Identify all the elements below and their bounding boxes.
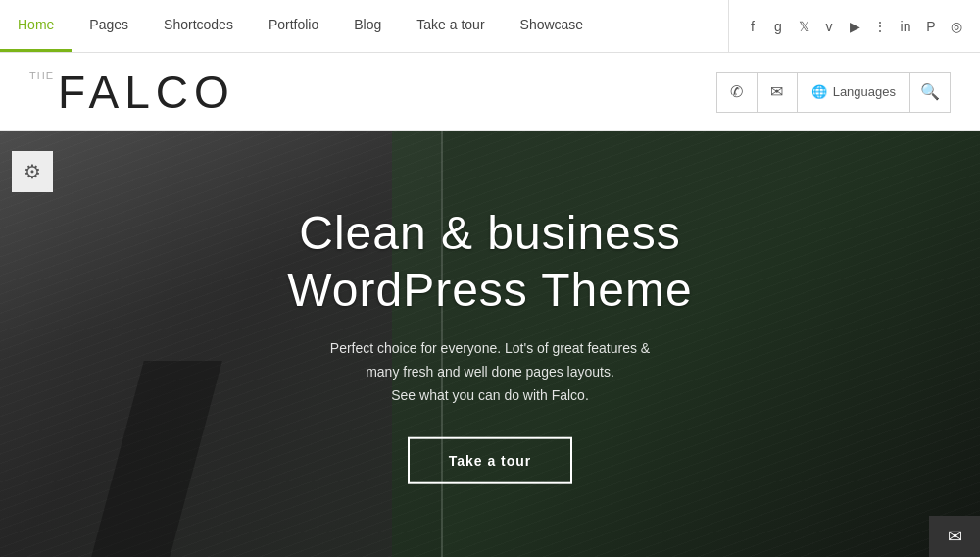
- hero-subtitle: Perfect choice for everyone. Lot's of gr…: [196, 337, 784, 407]
- lang-label: Languages: [833, 84, 896, 99]
- nav-item-pages[interactable]: Pages: [72, 0, 146, 52]
- phone-button[interactable]: ✆: [716, 72, 758, 113]
- nav-item-home[interactable]: Home: [0, 0, 72, 52]
- other-icon[interactable]: ◎: [949, 19, 964, 34]
- google-plus-icon[interactable]: g: [770, 19, 786, 34]
- search-button[interactable]: 🔍: [909, 72, 951, 113]
- header-actions: ✆ ✉ 🌐 Languages 🔍: [717, 72, 951, 113]
- twitter-icon[interactable]: 𝕏: [796, 19, 811, 34]
- email-badge-icon: ✉: [948, 526, 962, 547]
- hero-section: ⚙ Clean & businessWordPress Theme Perfec…: [0, 131, 980, 557]
- hero-email-badge[interactable]: ✉: [929, 516, 980, 557]
- linkedin-icon[interactable]: in: [898, 19, 913, 34]
- site-header: THE FALCO ✆ ✉ 🌐 Languages 🔍: [0, 53, 980, 131]
- top-nav: HomePagesShortcodesPortfolioBlogTake a t…: [0, 0, 980, 53]
- language-button[interactable]: 🌐 Languages: [797, 72, 910, 113]
- search-icon: 🔍: [920, 82, 940, 101]
- hero-content: Clean & businessWordPress Theme Perfect …: [196, 205, 784, 484]
- settings-icon: ⚙: [24, 160, 41, 183]
- phone-icon: ✆: [730, 82, 743, 101]
- flickr-icon[interactable]: ⋮: [872, 19, 888, 34]
- email-button[interactable]: ✉: [757, 72, 798, 113]
- globe-icon: 🌐: [811, 84, 827, 99]
- nav-item-take-a-tour[interactable]: Take a tour: [399, 0, 502, 52]
- hero-cta-button[interactable]: Take a tour: [408, 436, 573, 483]
- social-links: fg𝕏v▶⋮inP◎: [728, 0, 980, 52]
- nav-item-blog[interactable]: Blog: [336, 0, 399, 52]
- settings-button[interactable]: ⚙: [12, 151, 53, 192]
- pinterest-icon[interactable]: P: [923, 19, 939, 34]
- nav-links: HomePagesShortcodesPortfolioBlogTake a t…: [0, 0, 728, 52]
- site-logo: THE FALCO: [29, 70, 235, 115]
- nav-item-showcase[interactable]: Showcase: [503, 0, 602, 52]
- hero-title: Clean & businessWordPress Theme: [196, 205, 784, 318]
- logo-prefix: THE: [29, 70, 54, 81]
- logo-main: FALCO: [58, 70, 235, 115]
- vimeo-icon[interactable]: v: [821, 19, 837, 34]
- nav-item-portfolio[interactable]: Portfolio: [251, 0, 336, 52]
- facebook-icon[interactable]: f: [745, 19, 760, 34]
- youtube-icon[interactable]: ▶: [847, 19, 862, 34]
- email-icon: ✉: [770, 82, 783, 101]
- nav-item-shortcodes[interactable]: Shortcodes: [146, 0, 251, 52]
